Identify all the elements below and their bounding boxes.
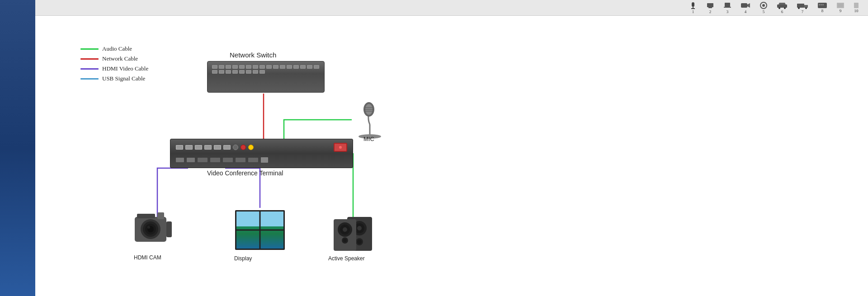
port-20 [232, 70, 238, 74]
top-icon-9[interactable]: 9 [836, 2, 844, 13]
svg-marker-12 [778, 3, 786, 5]
svg-rect-15 [797, 4, 804, 8]
port-22 [246, 70, 251, 74]
network-switch-label: Network Switch [230, 51, 276, 59]
svg-rect-40 [157, 212, 164, 219]
port-24 [259, 70, 265, 74]
svg-marker-8 [747, 3, 750, 8]
top-icon-10[interactable]: 10 [854, 2, 859, 13]
svg-rect-25 [854, 3, 859, 8]
port-14 [300, 65, 306, 69]
top-icon-3[interactable]: 3 [723, 1, 731, 14]
port-9 [266, 65, 272, 69]
speaker-label: Active Speaker [328, 255, 365, 262]
port-5 [239, 65, 245, 69]
svg-point-18 [805, 7, 807, 9]
vct-port-4 [204, 145, 212, 150]
svg-rect-7 [741, 3, 747, 8]
diagram-area: Audio Cable Network Cable HDMI Video Cab… [35, 16, 868, 296]
camera-label: HDMI CAM [134, 254, 161, 261]
port-18 [219, 70, 224, 74]
vct-button-led [339, 146, 342, 149]
vct-rca-yellow [248, 145, 254, 150]
svg-point-17 [798, 7, 800, 9]
left-sidebar [0, 0, 35, 296]
top-icons-container: 1 2 3 [689, 1, 859, 14]
port-19 [226, 70, 231, 74]
icon-label-9: 9 [840, 9, 842, 13]
mic-audio-line [284, 120, 352, 139]
network-switch-device [207, 61, 325, 93]
switch-ports [208, 61, 324, 75]
icon-label-5: 5 [763, 9, 765, 14]
svg-point-10 [762, 4, 765, 7]
icon-label-1: 1 [692, 9, 694, 14]
top-bar: 1 2 3 [35, 0, 868, 16]
top-icon-7[interactable]: 7 [797, 1, 808, 14]
svg-point-59 [343, 227, 347, 232]
svg-rect-39 [137, 214, 155, 218]
port-11 [280, 65, 285, 69]
svg-rect-4 [708, 7, 712, 8]
vct-device [170, 139, 353, 168]
top-icon-2[interactable]: 2 [706, 1, 714, 14]
svg-rect-20 [819, 4, 820, 5]
port-17 [212, 70, 217, 74]
mic-label: MIC [363, 136, 374, 142]
vct-rca-red [241, 145, 246, 150]
port-4 [232, 65, 238, 69]
speaker-device [331, 212, 377, 253]
port-10 [273, 65, 278, 69]
top-icon-1[interactable]: 1 [689, 1, 697, 14]
vct-audio-in [233, 145, 238, 150]
port-7 [253, 65, 258, 69]
display-device [233, 208, 287, 253]
vct-port-2 [185, 145, 193, 150]
connections-svg [35, 16, 868, 296]
vct-usb-1 [176, 158, 184, 162]
display-label: Display [234, 255, 252, 262]
icon-label-10: 10 [854, 9, 859, 13]
port-16 [314, 65, 319, 69]
svg-rect-24 [838, 4, 843, 7]
port-21 [239, 70, 245, 74]
icon-label-8: 8 [821, 9, 824, 13]
svg-point-55 [357, 240, 362, 244]
vct-port-3 [195, 145, 202, 150]
svg-rect-21 [821, 4, 822, 5]
vct-usb-2 [187, 158, 195, 162]
icon-label-7: 7 [802, 9, 804, 14]
vct-port-5 [214, 145, 221, 150]
vct-hdmi-5 [248, 158, 258, 162]
top-icon-8[interactable]: 8 [817, 2, 827, 13]
svg-rect-5 [725, 3, 730, 7]
port-13 [293, 65, 299, 69]
vct-hdmi-2 [210, 158, 220, 162]
icon-label-6: 6 [781, 9, 783, 14]
vct-label: Video Conference Terminal [207, 169, 283, 177]
icon-label-4: 4 [745, 9, 747, 14]
svg-point-53 [357, 226, 362, 230]
port-15 [307, 65, 312, 69]
port-1 [212, 65, 217, 69]
vct-port-6 [223, 145, 231, 150]
svg-rect-3 [707, 3, 713, 7]
port-23 [253, 70, 258, 74]
vct-port-1 [176, 145, 183, 150]
top-icon-4[interactable]: 4 [741, 1, 750, 14]
vct-ethernet [261, 157, 268, 163]
icon-label-2: 2 [709, 9, 712, 14]
mic-device [352, 99, 388, 140]
svg-rect-0 [692, 2, 694, 7]
svg-point-14 [784, 7, 786, 9]
port-8 [259, 65, 265, 69]
port-2 [219, 65, 224, 69]
svg-point-13 [778, 7, 780, 9]
top-icon-5[interactable]: 5 [760, 1, 768, 14]
top-icon-6[interactable]: 6 [777, 1, 788, 14]
port-3 [226, 65, 231, 69]
svg-rect-11 [777, 5, 787, 8]
vct-hdmi-3 [223, 158, 233, 162]
svg-rect-41 [166, 221, 172, 237]
camera-device [132, 210, 178, 251]
